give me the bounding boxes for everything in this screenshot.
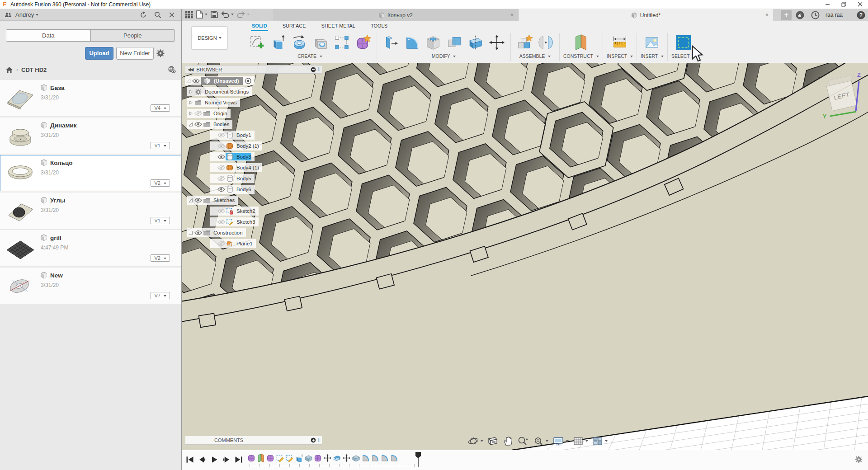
joint-tool-icon[interactable] [536,33,556,52]
timeline-settings-gear-icon[interactable] [855,456,863,463]
panel-minus-icon[interactable] [311,67,316,72]
fit-nav-icon[interactable] [533,436,548,446]
help-icon[interactable]: ? [856,10,866,20]
panel-grip[interactable]: ‖ [318,438,320,443]
panel-grip[interactable]: ‖ [318,67,320,72]
browser-node-body4-1-[interactable]: Body4 (1) [210,163,262,172]
workspace-selector[interactable]: DESIGN [191,26,228,50]
node-label[interactable]: Construction [211,230,243,235]
timeline-feature-combine-7[interactable] [304,454,313,462]
gridset-nav-icon[interactable] [573,436,588,446]
presspull-tool-icon[interactable] [381,33,401,52]
file-version-dropdown[interactable]: V1 [151,142,170,149]
node-label[interactable]: Body3 [234,154,251,160]
expander-icon[interactable] [187,230,194,235]
timeline-step-forward-button[interactable] [222,455,231,464]
visibility-eye-icon[interactable] [217,143,226,149]
expander-icon[interactable] [187,89,194,94]
visibility-eye-icon[interactable] [217,208,226,214]
ribbon-tab-sheetmetal[interactable]: SHEET METAL [321,22,356,31]
ribbon-group-label[interactable]: CREATE [297,53,322,59]
zoom-nav-icon[interactable]: ± [517,436,529,446]
new-document-button[interactable]: + [781,10,792,20]
ribbon-group-label[interactable]: MODIFY [432,53,456,59]
file-version-dropdown[interactable]: V2 [151,179,170,187]
display-nav-icon[interactable] [552,436,569,446]
tab-data[interactable]: Data [6,30,91,41]
browser-node-sketch3[interactable]: Sketch3 [210,217,259,226]
tab-people[interactable]: People [91,30,175,41]
visibility-eye-icon[interactable] [217,132,226,138]
file-item-База[interactable]: База3/31/20V4 [0,80,181,116]
timeline-feature-form-1[interactable] [247,454,256,462]
close-window-button[interactable] [852,0,868,9]
close-panel-icon[interactable] [169,12,175,18]
timeline-feature-fillet-16[interactable] [390,454,398,462]
expander-icon[interactable] [185,78,192,84]
file-name[interactable]: grill [50,235,61,241]
node-label[interactable]: Sketch3 [234,219,255,225]
browser-node-plane1[interactable]: Plane1 [210,239,256,248]
node-label[interactable]: Body2 (1) [234,143,259,149]
visibility-eye-icon[interactable] [194,230,203,235]
ribbon-tab-solid[interactable]: SOLID [251,22,268,31]
node-label[interactable]: Sketch2 [234,208,255,214]
ribbon-group-label[interactable]: INSPECT [607,53,633,59]
move-tool-icon[interactable] [487,33,507,52]
file-name[interactable]: База [50,85,64,91]
shell-tool-icon[interactable] [423,33,443,52]
timeline-track[interactable] [250,464,415,467]
timeline-step-back-button[interactable] [198,455,207,464]
node-label[interactable]: Sketches [211,197,235,203]
node-label[interactable]: Body1 [234,132,251,138]
expander-icon[interactable] [187,100,194,105]
file-item-grill[interactable]: grill4:47:49 PMV2 [0,230,181,266]
team-selector[interactable]: Andrey [15,11,34,18]
browser-node--unsaved-[interactable]: (Unsaved) [185,76,255,85]
timeline-feature-move-9[interactable] [323,454,332,462]
expander-icon[interactable] [187,197,194,203]
planes-tool-icon[interactable] [571,33,591,52]
open-on-web-icon[interactable] [168,66,176,73]
node-label[interactable]: Document Settings [202,89,249,94]
timeline-feature-move-11[interactable] [342,454,351,462]
collapse-panel-icon[interactable]: ◀◀ [188,67,193,72]
timeline-feature-form-8[interactable] [314,454,322,462]
panel-settings-gear-icon[interactable] [156,49,165,57]
timeline-to-end-button[interactable] [234,455,243,464]
file-icon[interactable] [196,10,208,19]
browser-panel-header[interactable]: ◀◀ BROWSER ‖ [185,65,322,74]
activate-component-icon[interactable] [245,78,251,84]
pattern-tool-icon[interactable] [332,33,352,52]
new-folder-button[interactable]: New Folder [116,47,154,60]
node-label[interactable]: Origin [211,111,227,116]
timeline-feature-sketch-5[interactable] [285,454,294,462]
fillet-tool-icon[interactable] [402,33,422,52]
node-label[interactable]: Body5 [234,176,251,181]
visibility-eye-icon[interactable] [217,241,226,246]
job-status-clock-icon[interactable] [811,10,820,20]
refresh-icon[interactable] [140,11,147,19]
comments-bar[interactable]: COMMENTS ‖ [185,436,322,445]
timeline-feature-plane-2[interactable] [257,454,265,462]
breadcrumb-folder[interactable]: CDT HD2 [21,66,47,73]
node-label[interactable]: Bodies [211,122,229,127]
timeline-play-button[interactable] [210,455,219,464]
browser-node-construction[interactable]: Construction [187,228,246,237]
file-version-dropdown[interactable]: V7 [151,292,170,299]
timeline-feature-fillet-14[interactable] [371,454,379,462]
timeline-feature-offset-10[interactable] [333,454,341,462]
browser-node-sketch2[interactable]: Sketch2 [210,207,259,216]
minimize-button[interactable] [819,0,835,9]
visibility-eye-icon[interactable] [194,197,203,203]
browser-node-body3[interactable]: Body3 [210,152,255,161]
timeline-to-start-button[interactable] [185,455,194,464]
timeline-feature-fillet-15[interactable] [380,454,389,462]
file-version-dropdown[interactable]: V4 [151,104,170,112]
file-name[interactable]: Динамик [50,122,77,129]
visibility-eye-icon[interactable] [194,111,203,116]
file-item-Кольцо[interactable]: Кольцо3/31/20V2 [0,155,181,191]
browser-node-bodies[interactable]: Bodies [187,120,232,129]
close-tab-icon[interactable]: × [765,12,769,18]
apps-icon[interactable] [185,11,193,19]
